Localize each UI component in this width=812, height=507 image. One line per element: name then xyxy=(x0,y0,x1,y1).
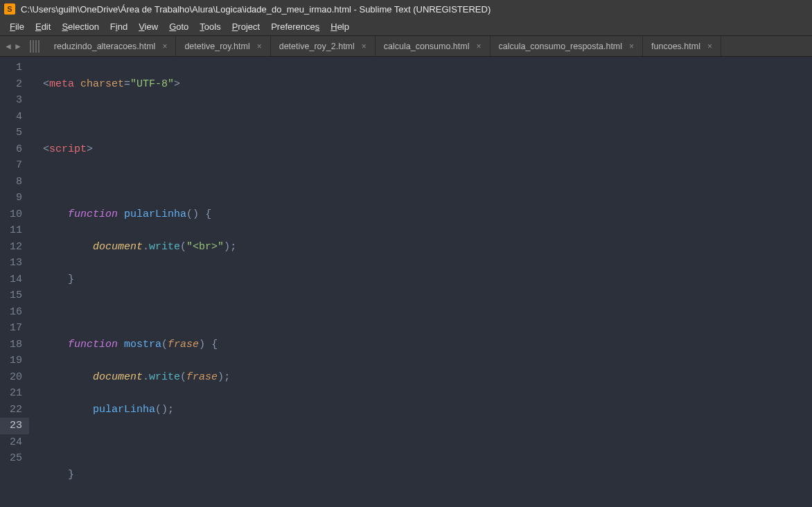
app-icon: S xyxy=(4,3,15,15)
menu-view[interactable]: View xyxy=(133,21,164,32)
line-number: 2 xyxy=(10,76,22,93)
tab-label: funcoes.html xyxy=(651,42,700,51)
close-icon[interactable]: × xyxy=(362,42,367,51)
close-icon[interactable]: × xyxy=(257,42,262,51)
line-number: 24 xyxy=(10,434,22,451)
line-number: 6 xyxy=(10,141,22,158)
line-number: 11 xyxy=(10,222,22,239)
file-tab[interactable]: calcula_consumo.html× xyxy=(376,36,491,56)
line-number: 3 xyxy=(10,92,22,109)
window-title: C:\Users\guilh\OneDrive\Área de Trabalho… xyxy=(21,4,491,15)
menu-tools[interactable]: Tools xyxy=(194,21,226,32)
line-number: 14 xyxy=(10,272,22,288)
tab-label: detetive_roy.html xyxy=(184,42,249,51)
line-number: 9 xyxy=(10,190,22,206)
line-number: 8 xyxy=(10,174,22,190)
line-number: 20 xyxy=(10,369,22,386)
file-tab[interactable]: calcula_consumo_resposta.html× xyxy=(491,36,644,56)
close-icon[interactable]: × xyxy=(707,42,712,51)
line-number: 10 xyxy=(10,206,22,223)
line-number-gutter: 1 2 3 4 5 6 7 8 9 10 11 12 13 14 15 16 1… xyxy=(0,57,29,507)
menu-help[interactable]: Help xyxy=(325,21,355,32)
line-number: 13 xyxy=(10,255,22,272)
nav-back-icon[interactable]: ◄ xyxy=(4,42,12,51)
line-number: 19 xyxy=(10,353,22,369)
line-number: 17 xyxy=(10,320,22,337)
file-tab[interactable]: detetive_roy.html× xyxy=(176,36,270,56)
editor-area: 1 2 3 4 5 6 7 8 9 10 11 12 13 14 15 16 1… xyxy=(0,57,812,507)
menu-file[interactable]: File xyxy=(4,21,30,32)
tab-label: calcula_consumo_resposta.html xyxy=(499,42,623,51)
close-icon[interactable]: × xyxy=(476,42,481,51)
menu-selection[interactable]: Selection xyxy=(56,21,104,32)
line-number: 7 xyxy=(10,157,22,174)
tab-label: calcula_consumo.html xyxy=(384,42,470,51)
tab-label: detetive_roy_2.html xyxy=(279,42,355,51)
line-number: 23 xyxy=(0,418,29,434)
close-icon[interactable]: × xyxy=(162,42,167,51)
line-number: 15 xyxy=(10,287,22,304)
menu-project[interactable]: Project xyxy=(227,21,265,32)
line-number: 12 xyxy=(10,239,22,256)
menu-edit[interactable]: Edit xyxy=(30,21,56,32)
line-number: 21 xyxy=(10,385,22,402)
line-number: 4 xyxy=(10,109,22,125)
line-number: 5 xyxy=(10,125,22,141)
file-tab[interactable]: detetive_roy_2.html× xyxy=(271,36,376,56)
menu-find[interactable]: Find xyxy=(105,21,133,32)
menu-goto[interactable]: Goto xyxy=(164,21,194,32)
code-editor[interactable]: <meta charset="UTF-8"> <script> function… xyxy=(29,57,812,507)
menu-preferences[interactable]: Preferences xyxy=(265,21,325,32)
window-titlebar: S C:\Users\guilh\OneDrive\Área de Trabal… xyxy=(0,0,812,18)
file-tab[interactable]: funcoes.html× xyxy=(643,36,721,56)
nav-arrows: ◄ ► xyxy=(0,42,26,51)
side-toggle-icon[interactable] xyxy=(29,40,40,53)
line-number: 1 xyxy=(10,60,22,76)
line-number: 25 xyxy=(10,450,22,467)
line-number: 16 xyxy=(10,304,22,321)
tab-bar: ◄ ► reduzindo_alteracoes.html× detetive_… xyxy=(0,36,812,57)
file-tab[interactable]: reduzindo_alteracoes.html× xyxy=(46,36,177,56)
nav-forward-icon[interactable]: ► xyxy=(14,42,22,51)
tabs-container: reduzindo_alteracoes.html× detetive_roy.… xyxy=(46,36,721,56)
menu-bar: File Edit Selection Find View Goto Tools… xyxy=(0,18,812,36)
line-number: 22 xyxy=(10,402,22,418)
tab-label: reduzindo_alteracoes.html xyxy=(54,42,156,51)
close-icon[interactable]: × xyxy=(629,42,634,51)
line-number: 18 xyxy=(10,337,22,353)
